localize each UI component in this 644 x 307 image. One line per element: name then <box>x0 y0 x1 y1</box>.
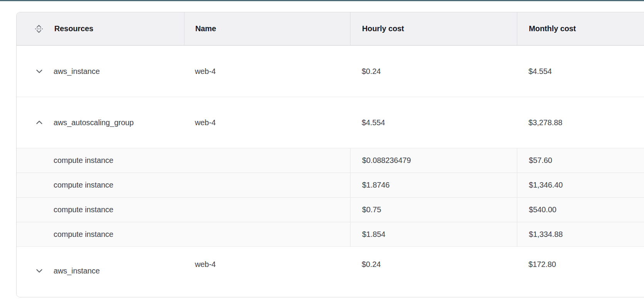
table-row-aws-instance[interactable]: aws_instance web-4 $0.24 $172.80 <box>17 247 644 297</box>
resource-cell: aws_instance <box>17 247 184 276</box>
hourly-cost-value: $4.554 <box>350 118 517 127</box>
chevron-down-icon[interactable] <box>34 266 44 276</box>
monthly-cost-value: $540.00 <box>517 198 644 222</box>
resource-name: web-4 <box>184 67 350 76</box>
hourly-cost-value: $0.088236479 <box>350 148 517 173</box>
header-cell-name: Name <box>184 12 350 45</box>
table-row-aws-autoscaling-group[interactable]: aws_autoscaling_group web-4 $4.554 $3,27… <box>17 97 644 148</box>
hourly-cost-value: $0.24 <box>350 67 517 76</box>
header-cell-resources: Resources <box>17 12 184 45</box>
drag-sort-icon[interactable] <box>33 23 45 35</box>
monthly-cost-value: $172.80 <box>517 247 644 269</box>
monthly-cost-value: $57.60 <box>517 148 644 173</box>
cost-component-row: compute instance $0.75 $540.00 <box>17 197 644 222</box>
resource-cell: aws_instance <box>17 66 184 76</box>
hourly-cost-value: $0.75 <box>350 198 517 222</box>
monthly-cost-value: $1,346.40 <box>517 173 644 197</box>
cost-component-label: compute instance <box>17 222 350 247</box>
monthly-cost-value: $3,278.88 <box>517 118 644 127</box>
cost-component-row: compute instance $1.8746 $1,346.40 <box>17 173 644 197</box>
resource-cell: aws_autoscaling_group <box>17 117 184 127</box>
resource-type-label: aws_instance <box>54 67 100 76</box>
header-cell-hourly-cost: Hourly cost <box>350 12 517 45</box>
resource-name: web-4 <box>184 247 350 269</box>
resource-name: web-4 <box>184 118 350 127</box>
cost-component-row: compute instance $0.088236479 $57.60 <box>17 148 644 173</box>
chevron-up-icon[interactable] <box>34 117 44 127</box>
resource-type-label: aws_instance <box>54 267 100 275</box>
hourly-cost-value: $0.24 <box>350 247 517 269</box>
hourly-cost-value: $1.8746 <box>350 173 517 197</box>
cost-component-label: compute instance <box>17 148 350 173</box>
cost-component-label: compute instance <box>17 198 350 222</box>
top-accent-bar <box>0 0 644 1</box>
cost-component-label: compute instance <box>17 173 350 197</box>
header-cell-monthly-cost: Monthly cost <box>517 12 644 45</box>
table-header-row: Resources Name Hourly cost Monthly cost <box>17 12 644 45</box>
hourly-cost-value: $1.854 <box>350 222 517 247</box>
cost-breakdown-table: Resources Name Hourly cost Monthly cost … <box>16 12 644 297</box>
monthly-cost-value: $1,334.88 <box>517 222 644 247</box>
resource-type-label: aws_autoscaling_group <box>54 118 134 127</box>
monthly-cost-value: $4.554 <box>517 67 644 76</box>
cost-component-row: compute instance $1.854 $1,334.88 <box>17 222 644 247</box>
header-label-resources: Resources <box>54 24 93 33</box>
chevron-down-icon[interactable] <box>34 66 44 76</box>
table-row-aws-instance[interactable]: aws_instance web-4 $0.24 $4.554 <box>17 45 644 97</box>
